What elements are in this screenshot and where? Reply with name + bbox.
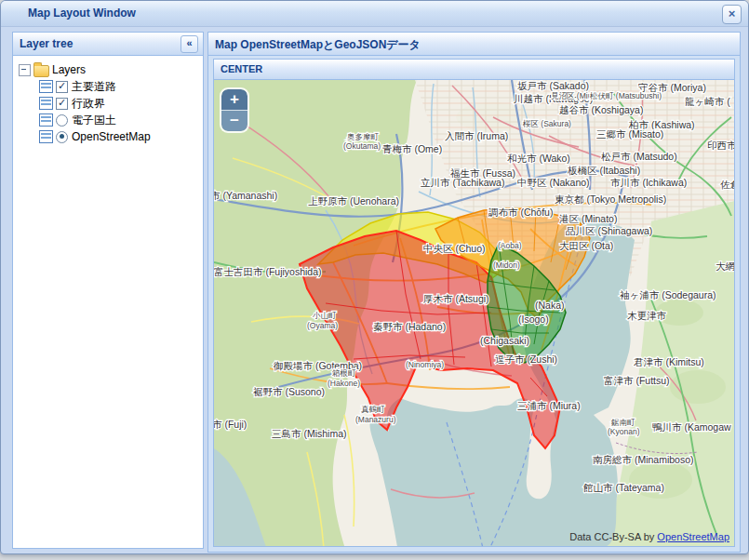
- collapse-node-icon[interactable]: [19, 64, 31, 76]
- center-region-header: CENTER: [214, 60, 734, 80]
- map-label: (Chigasaki): [480, 335, 529, 346]
- map-label: 鋸南町: [610, 418, 635, 427]
- map-label: 中央区 (Chuo): [423, 243, 486, 254]
- folder-icon: [33, 65, 49, 77]
- map-label: 守谷市 (Moriya): [638, 82, 706, 93]
- map-label: 越谷市 (Koshigaya): [559, 104, 643, 115]
- layer-checkbox[interactable]: ✓: [56, 81, 68, 93]
- map-label: 鴨川市 (Kamogaw: [652, 421, 731, 433]
- map-label: 館山市 (Tateyama): [583, 482, 664, 493]
- map-panel: Map OpenStreetMapとGeoJSONデータ CENTER: [207, 32, 741, 553]
- map-label: 龍ヶ崎市 (: [685, 96, 730, 107]
- tree-node-label[interactable]: 行政界: [72, 96, 105, 112]
- map-label: 厚木市 (Atsugi): [423, 293, 489, 304]
- map-label: 東京都 (Tokyo Metropolis): [555, 193, 666, 205]
- map-label: (Isogo): [518, 313, 549, 325]
- tree-node-label[interactable]: 主要道路: [72, 79, 116, 95]
- tree-node-layers[interactable]: Layers: [19, 61, 203, 78]
- map-label: 三島市 (Mishima): [272, 428, 347, 439]
- collapse-panel-icon[interactable]: «: [181, 35, 198, 53]
- map-viewport[interactable]: 坂戸市 (Sakado)川越市 (Kawagoe)見沼区 (Minuma)松伏町…: [214, 80, 734, 546]
- map-layout-window: Map Layout Window × Layer tree « Layers …: [0, 0, 749, 554]
- map-label: 調布市 (Chōfu): [488, 207, 553, 218]
- map-label: 箱根町: [332, 368, 356, 378]
- layer-leaf-icon: [39, 80, 53, 93]
- map-canvas: 坂戸市 (Sakado)川越市 (Kawagoe)見沼区 (Minuma)松伏町…: [214, 80, 734, 546]
- map-label: 三浦市 (Miura): [517, 400, 581, 411]
- map-label: 佐倉: [720, 179, 734, 190]
- map-label: 秦野市 (Hadano): [373, 321, 446, 332]
- map-label: 印西市: [707, 140, 734, 151]
- window-title: Map Layout Window: [28, 7, 136, 20]
- layer-radio[interactable]: [56, 131, 68, 143]
- map-label: (Oyama): [307, 321, 338, 330]
- map-label: 松戸市 (Matsudo): [601, 151, 677, 162]
- map-label: 木更津市: [627, 310, 667, 321]
- map-label: 奥多摩町: [347, 132, 380, 141]
- map-label: 大田区 (Ota): [559, 240, 613, 251]
- map-label: 市川市 (Ichikawa): [610, 177, 687, 188]
- openstreetmap-link[interactable]: OpenStreetMap: [657, 531, 729, 542]
- window-titlebar[interactable]: Map Layout Window ×: [1, 1, 748, 27]
- center-region-title: CENTER: [221, 63, 262, 74]
- map-label: 君津市 (Kimitsu): [634, 356, 704, 367]
- map-label: 裾野市 (Susono): [253, 386, 325, 397]
- map-label: 板橋区 (Itabashi): [567, 165, 640, 176]
- map-panel-title: Map OpenStreetMapとGeoJSONデータ: [215, 37, 421, 53]
- tree-node-openstreetmap[interactable]: OpenStreetMap: [19, 128, 203, 145]
- tree-node-label: Layers: [52, 63, 86, 76]
- map-label: (Midori): [493, 260, 520, 270]
- zoom-in-button[interactable]: +: [221, 89, 247, 111]
- center-region-panel: CENTER: [213, 59, 735, 547]
- layer-leaf-icon: [39, 130, 53, 143]
- map-label: 青梅市 (Ome): [382, 143, 442, 154]
- tree-node-label[interactable]: OpenStreetMap: [72, 130, 151, 143]
- map-label: (Naka): [535, 300, 565, 311]
- map-label: 真鶴町: [361, 405, 385, 414]
- map-label: 和光市 (Wako): [507, 153, 570, 164]
- map-label: (Ninomiya): [406, 360, 444, 369]
- tree-node-denshi-kokudo[interactable]: 電子国土: [19, 112, 203, 128]
- layer-tree-title: Layer tree: [20, 37, 73, 50]
- map-label: 大網: [716, 260, 734, 272]
- attribution-text: Data CC-By-SA by: [569, 531, 657, 542]
- map-label: (Kyonan): [608, 427, 640, 436]
- map-label: 逗子市 (Zushi): [495, 353, 557, 365]
- map-label: 小山町: [313, 311, 337, 320]
- map-label: 坂戸市 (Sakado): [517, 80, 589, 91]
- map-label: 桜区 (Sakura): [522, 119, 571, 128]
- map-label: (Okutama): [343, 141, 381, 151]
- tree-node-label[interactable]: 電子国土: [72, 113, 116, 128]
- map-label: 市 (Fuji): [214, 419, 247, 430]
- map-label: 品川区 (Shinagawa): [566, 225, 652, 236]
- map-label: 袖ヶ浦市 (Sodegaura): [620, 289, 716, 300]
- map-attribution: Data CC-By-SA by OpenStreetMap: [569, 531, 729, 542]
- layer-tree-panel: Layer tree « Layers ✓ 主要道路 ✓ 行政界: [12, 32, 204, 549]
- map-label: 上野原市 (Uenohara): [308, 195, 399, 207]
- map-label: 中野区 (Nakano): [517, 177, 590, 188]
- map-label: 三郷市 (Misato): [596, 128, 663, 140]
- map-label: 富津市 (Futtsu): [604, 375, 670, 386]
- map-label: 福生市 (Fussa): [450, 167, 515, 179]
- layer-tree-header: Layer tree «: [13, 33, 203, 56]
- map-label: (Hakone): [328, 379, 360, 388]
- map-zoom-control: + −: [220, 87, 249, 133]
- map-label: (Manazuru): [355, 415, 396, 424]
- map-label: 南房総市 (Minamiboso): [593, 454, 694, 465]
- map-label: 市 (Yamanashi): [214, 190, 277, 201]
- map-label: (Aoba): [498, 241, 522, 250]
- tree-node-admin-borders[interactable]: ✓ 行政界: [19, 95, 203, 112]
- layer-tree: Layers ✓ 主要道路 ✓ 行政界 電子国土 OpenStreetMap: [13, 56, 203, 145]
- map-label: 入間市 (Iruma): [445, 130, 508, 141]
- layer-leaf-icon: [39, 97, 53, 110]
- layer-leaf-icon: [39, 113, 53, 127]
- map-panel-header: Map OpenStreetMapとGeoJSONデータ: [208, 33, 740, 56]
- zoom-out-button[interactable]: −: [221, 111, 247, 131]
- close-icon[interactable]: ×: [722, 5, 742, 24]
- layer-radio[interactable]: [56, 114, 68, 127]
- map-label: 港区 (Minato): [559, 213, 617, 224]
- map-label: 富士吉田市 (Fujiyoshida): [214, 266, 322, 277]
- tree-node-main-roads[interactable]: ✓ 主要道路: [19, 78, 203, 95]
- layer-checkbox[interactable]: ✓: [56, 98, 68, 110]
